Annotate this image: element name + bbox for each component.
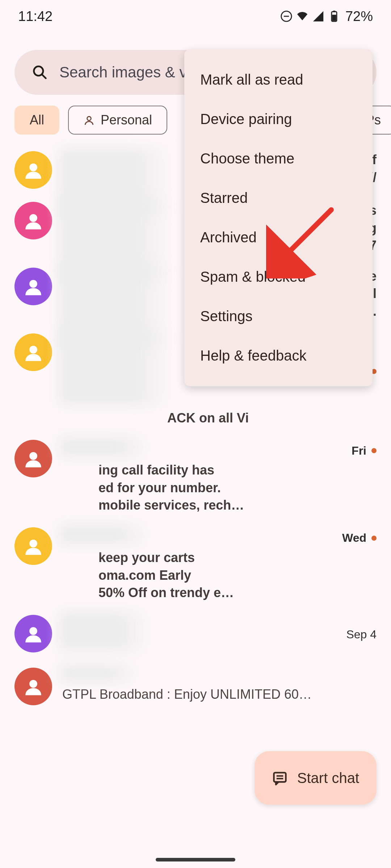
menu-spam-blocked[interactable]: Spam & blocked xyxy=(184,257,373,297)
menu-choose-theme[interactable]: Choose theme xyxy=(184,139,373,178)
battery-percent: 72% xyxy=(345,9,373,24)
chip-label: All xyxy=(30,112,44,128)
svg-rect-4 xyxy=(333,10,335,12)
svg-point-8 xyxy=(29,163,37,171)
menu-settings[interactable]: Settings xyxy=(184,297,373,336)
avatar xyxy=(14,151,52,189)
menu-device-pairing[interactable]: Device pairing xyxy=(184,99,373,139)
chip-label: Personal xyxy=(101,112,152,128)
status-right: 72% xyxy=(280,9,373,24)
svg-point-14 xyxy=(29,627,37,635)
conversation-timestamp: Fri xyxy=(352,444,377,458)
svg-point-9 xyxy=(29,214,37,222)
signal-icon xyxy=(312,10,324,22)
nav-handle[interactable] xyxy=(156,858,235,861)
avatar xyxy=(14,527,52,565)
person-icon xyxy=(83,114,95,126)
svg-point-13 xyxy=(29,540,37,548)
conversation-row[interactable]: Fri ing call facility has ed for your nu… xyxy=(14,433,377,521)
avatar xyxy=(14,202,52,239)
avatar xyxy=(14,440,52,477)
conversation-row[interactable]: Wed keep your carts oma.com Early 50% Of… xyxy=(14,521,377,608)
start-chat-fab[interactable]: Start chat xyxy=(255,751,377,805)
svg-point-7 xyxy=(87,116,91,120)
svg-point-12 xyxy=(29,452,37,460)
unread-dot xyxy=(371,536,377,541)
fab-label: Start chat xyxy=(297,770,359,786)
menu-help-feedback[interactable]: Help & feedback xyxy=(184,336,373,375)
avatar xyxy=(14,615,52,652)
status-bar: 11:42 72% xyxy=(0,0,391,33)
svg-line-6 xyxy=(42,75,46,78)
overflow-menu: Mark all as read Device pairing Choose t… xyxy=(184,49,373,386)
conversation-row[interactable]: Sep 4 xyxy=(14,608,377,661)
svg-point-10 xyxy=(29,280,37,288)
svg-point-15 xyxy=(29,680,37,688)
conversation-preview: keep your carts oma.com Early 50% Off on… xyxy=(62,549,377,602)
dnd-icon xyxy=(280,10,293,22)
conversation-preview: GTPL Broadband : Enjoy UNLIMITED 60… xyxy=(62,686,377,703)
avatar xyxy=(14,268,52,305)
search-icon xyxy=(32,64,48,80)
menu-mark-all-read[interactable]: Mark all as read xyxy=(184,60,373,99)
avatar xyxy=(14,333,52,371)
menu-archived[interactable]: Archived xyxy=(184,218,373,257)
conversation-preview: ing call facility has ed for your number… xyxy=(62,461,377,514)
svg-point-11 xyxy=(29,345,37,353)
chip-all[interactable]: All xyxy=(14,106,59,135)
menu-starred[interactable]: Starred xyxy=(184,178,373,218)
svg-rect-17 xyxy=(274,773,286,782)
unread-dot xyxy=(371,448,377,453)
chat-icon xyxy=(272,770,288,786)
conversation-timestamp: Wed xyxy=(342,531,377,545)
conversation-preview: ACK on all Vi xyxy=(62,409,377,427)
status-time: 11:42 xyxy=(18,9,52,24)
conversation-row[interactable]: GTPL Broadband : Enjoy UNLIMITED 60… xyxy=(14,661,377,712)
svg-rect-3 xyxy=(332,15,336,21)
chip-personal[interactable]: Personal xyxy=(68,106,167,135)
avatar xyxy=(14,668,52,705)
wifi-icon xyxy=(296,10,308,22)
conversation-timestamp: Sep 4 xyxy=(346,628,377,641)
battery-icon xyxy=(328,10,340,22)
